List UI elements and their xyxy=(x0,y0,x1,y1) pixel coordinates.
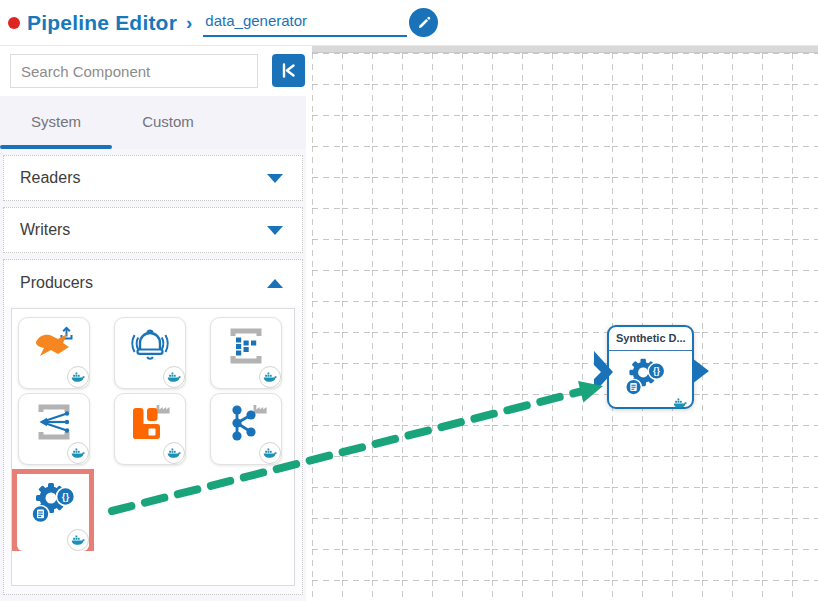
chevron-up-icon xyxy=(267,279,283,288)
component-tile-publish[interactable] xyxy=(18,317,90,389)
edit-pipeline-name-button[interactable] xyxy=(409,8,438,37)
component-sidebar: System Custom Readers Writers Producers xyxy=(0,46,306,601)
docker-whale-icon xyxy=(673,398,688,409)
section-writers[interactable]: Writers xyxy=(3,207,303,253)
section-producers-label: Producers xyxy=(20,274,93,292)
producer-components-grid xyxy=(11,308,295,586)
docker-whale-badge xyxy=(259,442,281,464)
docker-whale-badge xyxy=(163,442,185,464)
search-component-input[interactable] xyxy=(10,54,258,88)
docker-whale-icon xyxy=(263,372,278,383)
grid-list-icon xyxy=(223,323,269,369)
tab-custom[interactable]: Custom xyxy=(112,96,224,149)
component-tile-kafka[interactable] xyxy=(210,393,282,465)
section-readers[interactable]: Readers xyxy=(3,155,303,201)
node-body xyxy=(609,355,692,411)
selected-component-highlight xyxy=(12,469,94,551)
gear-braces-icon xyxy=(623,355,667,399)
chevron-down-icon xyxy=(267,174,283,183)
active-tab-indicator xyxy=(0,145,112,149)
component-sections: Readers Writers Producers xyxy=(0,149,306,595)
docker-whale-icon xyxy=(71,372,86,383)
pipeline-name[interactable]: data_generator xyxy=(205,12,307,29)
node-synthetic-data-generator[interactable]: Synthetic D... xyxy=(607,325,694,409)
collapse-sidebar-button[interactable] xyxy=(272,54,305,87)
node-title: Synthetic D... xyxy=(609,327,692,351)
gear-braces-icon xyxy=(29,479,77,527)
header: Pipeline Editor › data_generator xyxy=(0,0,818,46)
section-writers-label: Writers xyxy=(20,221,70,239)
docker-whale-badge xyxy=(163,366,185,388)
canvas-scrollbar[interactable] xyxy=(312,46,818,53)
breadcrumb-chevron-icon: › xyxy=(186,12,192,34)
pencil-icon xyxy=(417,16,431,30)
docker-whale-badge xyxy=(67,442,89,464)
collapse-left-icon xyxy=(280,62,297,79)
docker-whale-badge xyxy=(67,366,89,388)
docker-whale-icon xyxy=(167,372,182,383)
docker-whale-icon xyxy=(71,448,86,459)
search-row xyxy=(0,46,306,96)
publish-icon xyxy=(31,323,77,369)
alert-bell-icon xyxy=(127,323,173,369)
tab-system[interactable]: System xyxy=(0,96,112,149)
docker-whale-icon xyxy=(167,448,182,459)
docker-whale-badge xyxy=(259,366,281,388)
node-input-port[interactable] xyxy=(594,351,613,393)
section-producers[interactable]: Producers xyxy=(4,260,302,306)
docker-whale-badge xyxy=(67,529,89,551)
page-title: Pipeline Editor xyxy=(27,11,177,35)
component-tile-rabbitmq[interactable] xyxy=(114,393,186,465)
component-tile-synthetic-data-generator[interactable] xyxy=(17,479,89,551)
kafka-icon xyxy=(223,399,269,445)
component-tile-alert[interactable] xyxy=(114,317,186,389)
sidebar-tabs: System Custom xyxy=(0,96,306,149)
docker-whale-icon xyxy=(71,535,86,546)
section-readers-label: Readers xyxy=(20,169,80,187)
pipeline-name-field[interactable]: data_generator xyxy=(203,10,407,37)
component-tile-merge[interactable] xyxy=(18,393,90,465)
chevron-down-icon xyxy=(267,226,283,235)
section-producers-panel: Producers xyxy=(3,259,303,595)
rabbitmq-icon xyxy=(127,399,173,445)
node-output-port[interactable] xyxy=(692,358,709,384)
status-dot xyxy=(8,17,20,29)
pipeline-canvas[interactable]: Synthetic D... xyxy=(312,46,818,601)
merge-lines-icon xyxy=(31,399,77,445)
pipeline-editor-app: Pipeline Editor › data_generator System … xyxy=(0,0,818,601)
docker-whale-icon xyxy=(263,448,278,459)
component-tile-grid-list[interactable] xyxy=(210,317,282,389)
canvas-grid xyxy=(312,53,818,601)
